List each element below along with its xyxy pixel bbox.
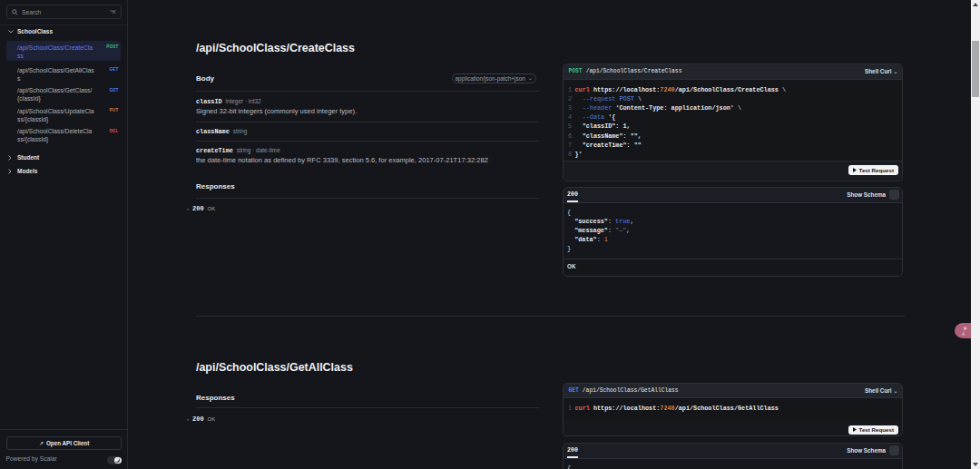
svg-text:A: A [962,331,965,337]
